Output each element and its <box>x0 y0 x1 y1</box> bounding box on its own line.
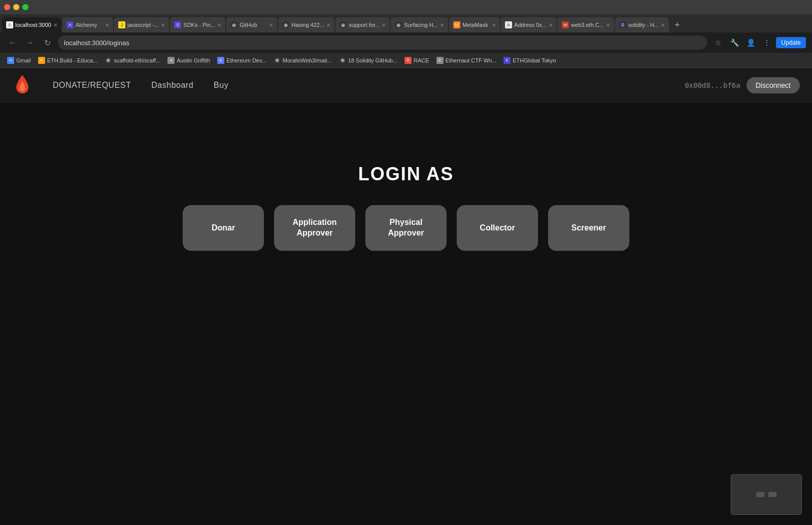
tab-alchemy-label: Alchemy <box>76 22 97 28</box>
bookmark-ethglobal[interactable]: E ETHGlobal Tokyo <box>500 56 559 65</box>
navbar: DONATE/REQUEST Dashboard Buy 0x00d8...bf… <box>0 68 812 103</box>
tab-close-solidity-icon[interactable]: ✕ <box>661 22 665 28</box>
menu-icon[interactable]: ⋮ <box>760 36 774 50</box>
bookmark-race[interactable]: R RACE <box>401 56 432 65</box>
bookmark-ethbuild[interactable]: E ETH.Build - Educa... <box>35 56 101 65</box>
tab-close-alchemy-icon[interactable]: ✕ <box>105 22 109 28</box>
tab-web3-label: web3.eth.C... <box>571 22 604 28</box>
bookmark-scaffold-label: scaffold-eth/scaff... <box>114 57 160 63</box>
address-bar: ← → ↻ ☆ 🔧 👤 ⋮ Update <box>0 32 812 53</box>
tab-close-support-icon[interactable]: ✕ <box>382 22 386 28</box>
app-logo[interactable] <box>12 75 32 95</box>
browser-chrome: ⚠ localhost:3000 ✕ A Alchemy ✕ J javascr… <box>0 0 812 68</box>
refresh-button[interactable]: ↻ <box>41 36 54 49</box>
bookmark-solidity[interactable]: ⊕ 18 Solidity GitHub... <box>336 56 400 65</box>
tab-surfacing-label: Surfacing H... <box>404 22 438 28</box>
tab-github[interactable]: ⊕ GitHub ✕ <box>226 17 277 32</box>
tab-address-label: Address 0x... <box>514 22 547 28</box>
role-physical-approver-button[interactable]: Physical Approver <box>365 205 447 251</box>
role-collector-button[interactable]: Collector <box>457 205 538 251</box>
disconnect-button[interactable]: Disconnect <box>747 77 800 93</box>
thumbnail-content <box>731 475 801 514</box>
tab-localhost-label: localhost:3000 <box>15 22 51 28</box>
scaffold-favicon: ⊕ <box>105 57 112 64</box>
tab-close-metamask-icon[interactable]: ✕ <box>492 22 496 28</box>
toolbar-actions: ☆ 🔧 👤 ⋮ Update <box>711 36 806 50</box>
ethernaut-favicon: E <box>436 57 444 64</box>
nav-links: DONATE/REQUEST Dashboard Buy <box>53 81 228 90</box>
bookmark-ethereum-label: Ethereum Dev... <box>226 57 266 63</box>
bookmark-ethernaut[interactable]: E Ethernaut CTF Wri... <box>433 56 500 65</box>
donate-request-link[interactable]: DONATE/REQUEST <box>53 81 131 90</box>
wallet-address: 0x00d8...bf6a <box>685 81 740 89</box>
bookmark-race-label: RACE <box>414 57 429 63</box>
tab-github-label: GitHub <box>240 22 257 28</box>
tab-close-js-icon[interactable]: ✕ <box>161 22 165 28</box>
maximize-traffic-light[interactable] <box>22 4 28 10</box>
gmail-favicon: G <box>7 57 14 64</box>
address-input[interactable] <box>58 36 707 50</box>
solidity-bk-favicon: ⊕ <box>339 57 346 64</box>
tab-close-github-icon[interactable]: ✕ <box>269 22 273 28</box>
page-thumbnail <box>731 474 802 515</box>
bookmark-icon[interactable]: ☆ <box>711 36 725 50</box>
tab-javascript-label: javascript -... <box>127 22 159 28</box>
minimize-traffic-light[interactable] <box>13 4 19 10</box>
new-tab-button[interactable]: + <box>670 17 684 32</box>
tab-solidity-label: solidity - H... <box>628 22 659 28</box>
tab-having[interactable]: ⊕ Having 422... ✕ <box>278 17 334 32</box>
nav-right: 0x00d8...bf6a Disconnect <box>685 77 800 93</box>
role-screener-button[interactable]: Screener <box>548 205 629 251</box>
bookmark-ethglobal-label: ETHGlobal Tokyo <box>513 57 556 63</box>
bookmark-moralis-label: MoralisWeb3/mati... <box>283 57 332 63</box>
tab-javascript[interactable]: J javascript -... ✕ <box>114 17 169 32</box>
dashboard-link[interactable]: Dashboard <box>151 81 193 90</box>
race-favicon: R <box>404 57 412 64</box>
tab-having-label: Having 422... <box>291 22 324 28</box>
tab-close-web3-icon[interactable]: ✕ <box>606 22 610 28</box>
bookmark-scaffold[interactable]: ⊕ scaffold-eth/scaff... <box>101 56 163 65</box>
tab-bar: ⚠ localhost:3000 ✕ A Alchemy ✕ J javascr… <box>0 14 812 32</box>
tab-metamask[interactable]: M MetaMask ✕ <box>449 17 500 32</box>
tab-close-sdks-icon[interactable]: ✕ <box>217 22 221 28</box>
profile-icon[interactable]: 👤 <box>743 36 758 50</box>
tab-close-address-icon[interactable]: ✕ <box>549 22 553 28</box>
tab-close-having-icon[interactable]: ✕ <box>326 22 330 28</box>
tab-close-icon[interactable]: ✕ <box>53 22 57 28</box>
role-application-approver-button[interactable]: Application Approver <box>274 205 355 251</box>
extensions-icon[interactable]: 🔧 <box>727 36 741 50</box>
ethereum-favicon: E <box>217 57 224 64</box>
app-content: DONATE/REQUEST Dashboard Buy 0x00d8...bf… <box>0 68 812 525</box>
thumb-dot-1 <box>756 492 764 497</box>
close-traffic-light[interactable] <box>4 4 10 10</box>
browser-top-bar <box>0 0 812 14</box>
tab-close-surfacing-icon[interactable]: ✕ <box>440 22 444 28</box>
role-donar-button[interactable]: Donar <box>183 205 264 251</box>
bookmark-ethernaut-label: Ethernaut CTF Wri... <box>446 57 497 63</box>
bookmark-austin[interactable]: A Austin Griffith <box>164 56 213 65</box>
update-button[interactable]: Update <box>776 37 806 48</box>
tab-web3[interactable]: W web3.eth.C... ✕ <box>558 17 614 32</box>
bookmark-moralis[interactable]: ⊕ MoralisWeb3/mati... <box>270 56 335 65</box>
back-button[interactable]: ← <box>6 36 19 49</box>
tab-solidity[interactable]: S solidity - H... ✕ <box>615 17 669 32</box>
thumb-dot-2 <box>768 492 776 497</box>
main-content: LOGIN AS Donar Application Approver Phys… <box>0 103 812 251</box>
forward-button[interactable]: → <box>23 36 37 49</box>
bookmark-ethereum[interactable]: E Ethereum Dev... <box>214 56 269 65</box>
tab-localhost[interactable]: ⚠ localhost:3000 ✕ <box>2 17 61 32</box>
bookmark-ethbuild-label: ETH.Build - Educa... <box>47 57 98 63</box>
tab-sdks[interactable]: S SDKs - Pin... ✕ <box>170 17 225 32</box>
moralis-favicon: ⊕ <box>274 57 281 64</box>
bookmarks-bar: G Gmail E ETH.Build - Educa... ⊕ scaffol… <box>0 53 812 68</box>
tab-surfacing[interactable]: ⊕ Surfacing H... ✕ <box>391 17 448 32</box>
tab-alchemy[interactable]: A Alchemy ✕ <box>62 17 113 32</box>
buy-link[interactable]: Buy <box>214 81 228 90</box>
ethglobal-favicon: E <box>503 57 511 64</box>
austin-favicon: A <box>167 57 175 64</box>
bookmark-gmail-label: Gmail <box>16 57 31 63</box>
tab-support[interactable]: ⊕ support for... ✕ <box>335 17 390 32</box>
bookmark-gmail[interactable]: G Gmail <box>4 56 34 65</box>
tab-address[interactable]: A Address 0x... ✕ <box>501 17 557 32</box>
tab-sdks-label: SDKs - Pin... <box>183 22 215 28</box>
